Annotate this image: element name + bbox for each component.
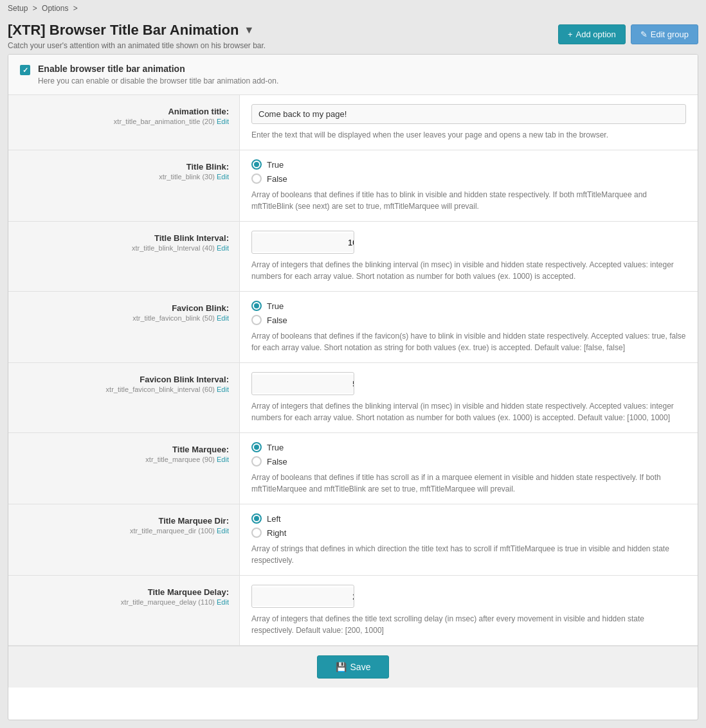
title-marquee-radio-group: True False xyxy=(251,442,686,466)
page-subtitle: Catch your user's attention with an anim… xyxy=(8,41,266,50)
animation-title-input[interactable] xyxy=(251,104,686,124)
title-blink-label: Title Blink: xyxy=(186,162,229,172)
favicon-blink-interval-label-col: Favicon Blink Interval: xtr_title_favico… xyxy=(8,363,240,432)
title-blink-false-option[interactable]: False xyxy=(251,173,686,184)
breadcrumb-options[interactable]: Options xyxy=(42,4,68,13)
add-option-button[interactable]: + Add option xyxy=(558,24,626,44)
favicon-blink-false-radio[interactable] xyxy=(251,315,262,325)
option-row-title-marquee-dir: Title Marquee Dir: xtr_title_marquee_dir… xyxy=(8,504,698,576)
title-marquee-dir-right-radio[interactable] xyxy=(251,528,262,538)
title-blink-interval-content: + − Array of integers that defines the b… xyxy=(240,222,698,291)
title-marquee-dir-left-radio[interactable] xyxy=(251,513,262,524)
title-marquee-edit-link[interactable]: Edit xyxy=(217,456,229,463)
title-marquee-delay-label: Title Marquee Delay: xyxy=(148,587,229,597)
option-row-enable-animation: ✓ Enable browser title bar animation Her… xyxy=(8,55,698,95)
option-row-title-marquee: Title Marquee: xtr_title_marquee (90) Ed… xyxy=(8,433,698,504)
title-marquee-delay-desc: Array of integers that defines the title… xyxy=(251,613,686,636)
title-blink-true-label: True xyxy=(267,160,284,170)
option-row-favicon-blink-interval: Favicon Blink Interval: xtr_title_favico… xyxy=(8,363,698,433)
favicon-blink-label-col: Favicon Blink: xtr_title_favicon_blink (… xyxy=(8,292,240,362)
favicon-blink-interval-meta: xtr_title_favicon_blink_interval (60) Ed… xyxy=(106,386,229,393)
animation-title-label: Animation title: xyxy=(168,107,229,116)
checkmark-icon: ✓ xyxy=(23,66,28,75)
option-row-title-blink-interval: Title Blink Interval: xtr_title_blink_In… xyxy=(8,222,698,292)
title-blink-label-col: Title Blink: xtr_title_blink (30) Edit xyxy=(8,150,240,221)
title-blink-interval-label: Title Blink Interval: xyxy=(154,233,229,243)
favicon-blink-radio-group: True False xyxy=(251,301,686,325)
title-blink-true-option[interactable]: True xyxy=(251,159,686,170)
favicon-blink-content: True False Array of booleans that define… xyxy=(240,292,698,362)
favicon-blink-interval-content: + − Array of integers that defines the b… xyxy=(240,363,698,432)
title-marquee-false-label: False xyxy=(267,457,287,466)
title-blink-radio-group: True False xyxy=(251,159,686,184)
favicon-blink-label: Favicon Blink: xyxy=(172,303,229,313)
title-blink-interval-input[interactable] xyxy=(252,233,354,252)
enable-animation-title: Enable browser title bar animation xyxy=(38,64,278,74)
title-blink-meta: xtr_title_blink (30) Edit xyxy=(159,173,229,181)
breadcrumb-sep2: > xyxy=(73,4,78,13)
favicon-blink-interval-number-group: + − xyxy=(251,372,354,395)
favicon-blink-meta: xtr_title_favicon_blink (50) Edit xyxy=(132,314,229,322)
title-marquee-dir-edit-link[interactable]: Edit xyxy=(217,527,229,535)
title-blink-desc: Array of booleans that defines if title … xyxy=(251,189,686,212)
title-marquee-delay-edit-link[interactable]: Edit xyxy=(217,598,229,606)
animation-title-content: Enter the text that will be displayed wh… xyxy=(240,95,698,150)
title-marquee-false-option[interactable]: False xyxy=(251,456,686,466)
header-buttons: + Add option ✎ Edit group xyxy=(558,24,698,44)
title-marquee-true-option[interactable]: True xyxy=(251,442,686,452)
favicon-blink-false-label: False xyxy=(267,315,287,325)
save-icon: 💾 xyxy=(336,662,347,672)
title-marquee-true-label: True xyxy=(267,443,284,452)
title-marquee-dir-radio-group: Left Right xyxy=(251,513,686,538)
page-header: [XTR] Browser Title Bar Animation ▼ Catc… xyxy=(0,17,706,54)
title-blink-interval-number-group: + − xyxy=(251,231,354,254)
enable-animation-checkbox[interactable]: ✓ xyxy=(20,65,30,75)
title-marquee-content: True False Array of booleans that define… xyxy=(240,433,698,504)
title-marquee-dir-right-option[interactable]: Right xyxy=(251,528,686,538)
option-row-animation-title: Animation title: xtr_title_bar_animation… xyxy=(8,95,698,150)
favicon-blink-interval-edit-link[interactable]: Edit xyxy=(217,386,229,393)
title-dropdown-arrow[interactable]: ▼ xyxy=(244,24,254,36)
title-blink-interval-meta: xtr_title_blink_Interval (40) Edit xyxy=(132,244,229,252)
title-marquee-dir-desc: Array of strings that defines in which d… xyxy=(251,543,686,566)
title-marquee-desc: Array of booleans that defines if title … xyxy=(251,472,686,495)
title-marquee-delay-meta: xtr_title_marquee_delay (110) Edit xyxy=(121,598,229,606)
title-blink-interval-edit-link[interactable]: Edit xyxy=(217,244,229,252)
animation-title-meta: xtr_title_bar_animation_title (20) Edit xyxy=(114,118,229,125)
breadcrumb-sep1: > xyxy=(33,4,37,13)
favicon-blink-true-option[interactable]: True xyxy=(251,301,686,311)
save-button[interactable]: 💾 Save xyxy=(317,655,390,679)
title-marquee-true-radio[interactable] xyxy=(251,442,262,452)
breadcrumb-setup[interactable]: Setup xyxy=(8,4,28,13)
title-blink-false-label: False xyxy=(267,174,287,184)
favicon-blink-true-label: True xyxy=(267,301,284,311)
favicon-blink-edit-link[interactable]: Edit xyxy=(217,314,229,322)
title-blink-edit-link[interactable]: Edit xyxy=(217,173,229,181)
animation-title-desc: Enter the text that will be displayed wh… xyxy=(251,129,686,141)
option-row-title-blink: Title Blink: xtr_title_blink (30) Edit T… xyxy=(8,150,698,222)
title-blink-false-radio[interactable] xyxy=(251,173,262,184)
title-blink-true-radio[interactable] xyxy=(251,159,262,170)
title-marquee-false-radio[interactable] xyxy=(251,456,262,466)
favicon-blink-true-radio[interactable] xyxy=(251,301,262,311)
edit-group-button[interactable]: ✎ Edit group xyxy=(631,24,698,44)
title-marquee-label: Title Marquee: xyxy=(172,445,229,454)
title-blink-content: True False Array of booleans that define… xyxy=(240,150,698,221)
favicon-blink-false-option[interactable]: False xyxy=(251,315,686,325)
enable-animation-desc: Here you can enable or disable the brows… xyxy=(38,76,278,85)
option-row-favicon-blink: Favicon Blink: xtr_title_favicon_blink (… xyxy=(8,292,698,363)
option-row-title-marquee-delay: Title Marquee Delay: xtr_title_marquee_d… xyxy=(8,576,698,646)
title-marquee-delay-input[interactable] xyxy=(252,587,354,606)
favicon-blink-desc: Array of booleans that defines if the fa… xyxy=(251,330,686,353)
title-blink-interval-label-col: Title Blink Interval: xtr_title_blink_In… xyxy=(8,222,240,291)
title-marquee-label-col: Title Marquee: xtr_title_marquee (90) Ed… xyxy=(8,433,240,504)
page-title: [XTR] Browser Title Bar Animation ▼ xyxy=(8,22,266,39)
title-marquee-dir-left-option[interactable]: Left xyxy=(251,513,686,524)
save-bar: 💾 Save xyxy=(8,646,698,688)
favicon-blink-interval-input[interactable] xyxy=(252,375,354,393)
title-blink-interval-desc: Array of integers that defines the blink… xyxy=(251,259,686,282)
edit-icon: ✎ xyxy=(640,30,647,39)
title-marquee-delay-content: + − Array of integers that defines the t… xyxy=(240,576,698,645)
title-marquee-dir-meta: xtr_title_marquee_dir (100) Edit xyxy=(130,527,229,535)
animation-title-edit-link[interactable]: Edit xyxy=(217,118,229,125)
